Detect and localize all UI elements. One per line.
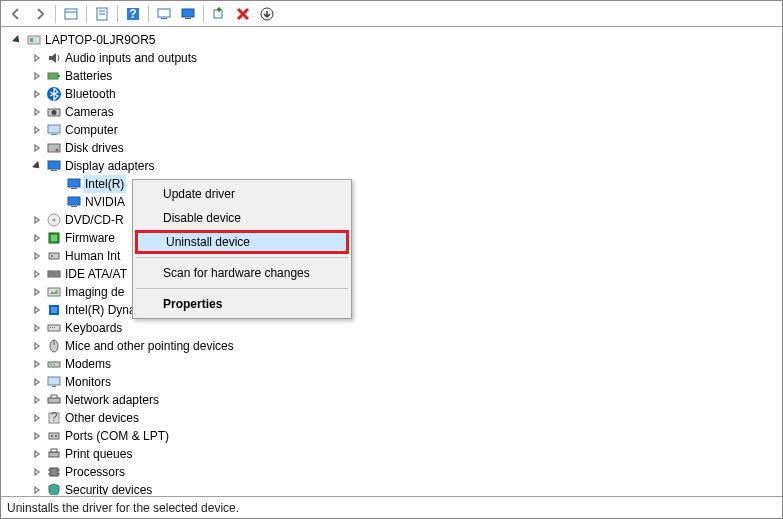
ide-icon [45,266,63,282]
svg-rect-33 [51,235,57,241]
hid-icon [45,248,63,264]
svg-rect-61 [50,468,58,476]
show-hidden-button[interactable] [256,3,278,25]
svg-rect-60 [51,449,57,452]
category-label: Keyboards [63,319,124,337]
svg-rect-36 [48,271,60,277]
category-item[interactable]: Intel(R) Dynamic Platform and Thermal Fr… [1,301,782,319]
menu-item[interactable]: Disable device [135,206,349,230]
firmware-icon [45,230,63,246]
view-button[interactable] [60,3,82,25]
category-item[interactable]: Computer [1,121,782,139]
category-label: Human Int [63,247,122,265]
category-item[interactable]: Batteries [1,67,782,85]
svg-point-50 [53,364,55,366]
category-item[interactable]: Display adapters [1,157,782,175]
expand-icon[interactable] [29,126,45,134]
update-button[interactable] [153,3,175,25]
expand-icon[interactable] [29,486,45,494]
audio-icon [45,50,63,66]
print-icon [45,446,63,462]
menu-separator [136,288,348,289]
category-item[interactable]: Monitors [1,373,782,391]
menu-item[interactable]: Uninstall device [135,230,349,254]
expand-icon[interactable] [29,90,45,98]
expand-icon[interactable] [29,306,45,314]
expand-icon[interactable] [29,234,45,242]
expand-icon[interactable] [29,378,45,386]
category-item[interactable]: Bluetooth [1,85,782,103]
svg-rect-14 [30,38,33,42]
expand-icon[interactable] [29,414,45,422]
category-item[interactable]: DVD/CD-R [1,211,782,229]
menu-item[interactable]: Update driver [135,182,349,206]
svg-rect-15 [48,73,58,79]
category-label: Imaging de [63,283,126,301]
svg-point-49 [50,364,52,366]
forward-button[interactable] [29,3,51,25]
svg-rect-28 [68,197,80,205]
monitor-icon [45,374,63,390]
category-label: Computer [63,121,120,139]
expand-icon[interactable] [9,36,25,44]
category-label: Cameras [63,103,116,121]
category-item[interactable]: Modems [1,355,782,373]
scan-button[interactable] [208,3,230,25]
svg-rect-57 [51,435,53,437]
expand-icon[interactable] [29,360,45,368]
category-item[interactable]: Ports (COM & LPT) [1,427,782,445]
keyboard-icon [45,320,63,336]
back-button[interactable] [5,3,27,25]
category-item[interactable]: Human Int [1,247,782,265]
expand-icon[interactable] [29,450,45,458]
expand-icon[interactable] [29,396,45,404]
remove-button[interactable] [232,3,254,25]
category-label: DVD/CD-R [63,211,126,229]
expand-icon[interactable] [29,288,45,296]
expand-icon[interactable] [29,54,45,62]
expand-icon[interactable] [29,324,45,332]
monitor-button[interactable] [177,3,199,25]
modem-icon [45,356,63,372]
category-item[interactable]: Mice and other pointing devices [1,337,782,355]
expand-icon[interactable] [29,342,45,350]
expand-icon[interactable] [29,72,45,80]
ports-icon [45,428,63,444]
category-item[interactable]: Disk drives [1,139,782,157]
category-item[interactable]: Audio inputs and outputs [1,49,782,67]
properties-button[interactable] [91,3,113,25]
expand-icon[interactable] [29,468,45,476]
category-item[interactable]: Print queues [1,445,782,463]
disk-icon [45,140,63,156]
menu-item[interactable]: Scan for hardware changes [135,261,349,285]
svg-rect-29 [71,206,77,207]
category-item[interactable]: Firmware [1,229,782,247]
device-tree[interactable]: LAPTOP-0LJR9OR5Audio inputs and outputsB… [1,27,782,495]
device-item[interactable]: Intel(R) [1,175,782,193]
computer-icon [25,32,43,48]
expand-icon[interactable] [29,216,45,224]
category-item[interactable]: Keyboards [1,319,782,337]
expand-icon[interactable] [29,144,45,152]
expand-icon[interactable] [29,270,45,278]
expand-icon[interactable] [29,108,45,116]
menu-item[interactable]: Properties [135,292,349,316]
category-label: Monitors [63,373,113,391]
device-item[interactable]: NVIDIA [1,193,782,211]
category-item[interactable]: Cameras [1,103,782,121]
tree-root[interactable]: LAPTOP-0LJR9OR5 [1,31,782,49]
expand-icon[interactable] [29,162,45,170]
category-item[interactable]: Processors [1,463,782,481]
category-item[interactable]: ?Other devices [1,409,782,427]
svg-rect-43 [50,327,51,328]
expand-icon[interactable] [29,252,45,260]
help-button[interactable]: ? [122,3,144,25]
svg-rect-52 [52,386,56,387]
expand-icon[interactable] [29,432,45,440]
category-item[interactable]: Imaging de [1,283,782,301]
category-item[interactable]: Security devices [1,481,782,495]
dvd-icon [45,212,63,228]
category-item[interactable]: IDE ATA/AT [1,265,782,283]
category-item[interactable]: Network adapters [1,391,782,409]
toolbar: ? [1,1,782,27]
